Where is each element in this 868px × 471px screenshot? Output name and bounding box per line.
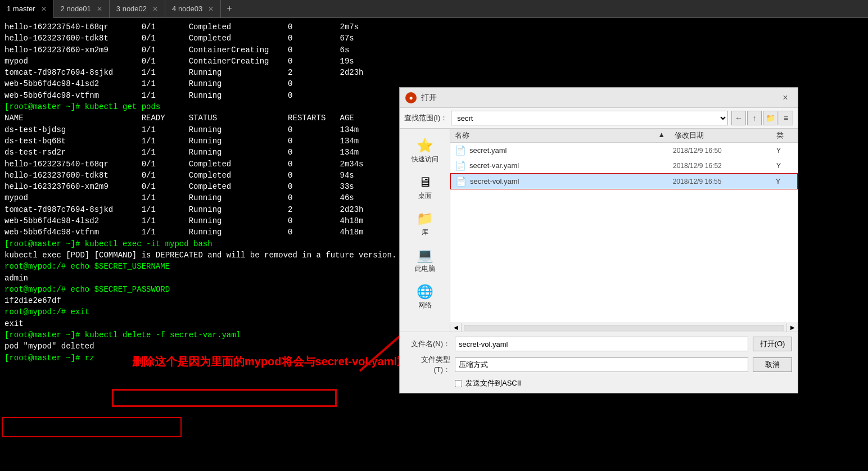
quickaccess-icon: ⭐ <box>417 138 433 153</box>
filename-row: 文件名(N)： 打开(O) <box>405 337 792 351</box>
file-name-secret-vol: secret-vol.yaml <box>470 177 670 185</box>
file-date-secret-var: 2018/12/9 16:52 <box>673 162 773 170</box>
ascii-row: 发送文件到ASCII <box>405 378 792 388</box>
nav-up-button[interactable]: ↑ <box>747 111 762 125</box>
tab-node01[interactable]: 2 node01 ✕ <box>54 0 110 18</box>
tab-node03-label: 4 node03 <box>172 4 202 13</box>
computer-label: 此电脑 <box>415 264 435 274</box>
col-date-header: 修改日期 <box>675 130 776 141</box>
file-extra-secret-vol: Y <box>776 178 793 185</box>
file-item-secret-yaml[interactable]: 📄 secret.yaml 2018/12/9 16:50 Y <box>450 143 798 158</box>
rz-command-box <box>2 417 182 437</box>
toolbar-path: secrt <box>451 111 728 125</box>
tab-add-button[interactable]: + <box>221 4 238 14</box>
terminal-line: hello-1623237600-tdk8t 0/1 Completed 0 6… <box>4 33 864 44</box>
file-list-header: 名称 ▲ 修改日期 类 <box>450 129 798 143</box>
dialog-main: 名称 ▲ 修改日期 类 📄 secret.yaml 2018/12/9 16:5… <box>450 129 798 332</box>
terminal-line: hello-1623237660-xm2m9 0/1 ContainerCrea… <box>4 44 864 56</box>
file-name-secret-var: secret-var.yaml <box>469 161 670 170</box>
library-icon: 📁 <box>417 211 433 227</box>
path-select[interactable]: secrt <box>451 111 728 125</box>
tab-node03-close[interactable]: ✕ <box>208 5 214 13</box>
sidebar-item-desktop[interactable]: 🖥 桌面 <box>403 171 447 204</box>
tab-master-label: 1 master <box>7 4 35 13</box>
terminal-line: hello-1623237540-t68qr 0/1 Completed 0 2… <box>4 21 864 33</box>
file-icon-secret-vol: 📄 <box>455 176 467 187</box>
nav-back-button[interactable]: ← <box>731 111 746 125</box>
dialog-title: 打开 <box>421 93 437 103</box>
dialog-title-icon: ● <box>405 92 417 103</box>
sidebar-item-computer[interactable]: 💻 此电脑 <box>403 244 447 277</box>
network-icon: 🌐 <box>417 284 433 300</box>
tab-master-close[interactable]: ✕ <box>41 5 47 13</box>
col-extra-header: 类 <box>776 130 793 141</box>
horizontal-scrollbar[interactable]: ◀ ▶ <box>450 323 798 332</box>
desktop-label: 桌面 <box>418 191 432 201</box>
dialog-sidebar: ⭐ 快速访问 🖥 桌面 📁 库 💻 此电脑 🌐 网络 <box>400 129 450 332</box>
file-name-secret: secret.yaml <box>469 146 670 155</box>
file-list: 📄 secret.yaml 2018/12/9 16:50 Y 📄 secret… <box>450 143 798 323</box>
file-extra-secret-var: Y <box>776 162 793 170</box>
desktop-icon: 🖥 <box>418 174 432 190</box>
dialog-title-left: ● 打开 <box>405 92 437 103</box>
sidebar-item-network[interactable]: 🌐 网络 <box>403 280 447 314</box>
file-date-secret: 2018/12/9 16:50 <box>673 147 773 155</box>
filetype-row: 文件类型(T)： 取消 <box>405 355 792 375</box>
delete-command-box <box>112 389 337 407</box>
tab-node02-label: 3 node02 <box>116 4 147 13</box>
dialog-body: ⭐ 快速访问 🖥 桌面 📁 库 💻 此电脑 🌐 网络 <box>400 129 798 332</box>
tab-node02[interactable]: 3 node02 ✕ <box>110 0 165 18</box>
sidebar-item-quickaccess[interactable]: ⭐ 快速访问 <box>403 134 447 167</box>
library-label: 库 <box>422 228 428 237</box>
terminal-line: tomcat-7d987c7694-8sjkd 1/1 Running 2 2d… <box>4 67 864 78</box>
file-extra-secret: Y <box>776 147 793 155</box>
filetype-label: 文件类型(T)： <box>405 355 450 375</box>
quickaccess-label: 快速访问 <box>412 155 438 164</box>
toolbar-nav-buttons: ← ↑ 📁 ≡ <box>731 111 793 125</box>
tab-node01-label: 2 node01 <box>61 4 91 13</box>
tab-node02-close[interactable]: ✕ <box>152 5 158 13</box>
tab-master[interactable]: 1 master ✕ <box>0 0 54 18</box>
col-sort-icon: ▲ <box>658 130 675 141</box>
network-label: 网络 <box>418 301 432 310</box>
cancel-button[interactable]: 取消 <box>753 357 792 372</box>
filetype-input[interactable] <box>455 357 748 372</box>
file-date-secret-vol: 2018/12/9 16:55 <box>673 178 772 185</box>
nav-new-folder-button[interactable]: 📁 <box>763 111 777 125</box>
tab-bar: 1 master ✕ 2 node01 ✕ 3 node02 ✕ 4 node0… <box>0 0 868 18</box>
file-icon-secret-var: 📄 <box>455 160 466 171</box>
file-icon-secret: 📄 <box>455 145 466 156</box>
dialog-toolbar: 查找范围(I)： secrt ← ↑ 📁 ≡ <box>400 108 798 129</box>
dialog-footer: 文件名(N)： 打开(O) 文件类型(T)： 取消 发送文件到ASCII <box>400 332 798 393</box>
file-item-secret-vol[interactable]: 📄 secret-vol.yaml 2018/12/9 16:55 Y <box>450 173 798 189</box>
dialog-close-button[interactable]: × <box>779 91 792 105</box>
computer-icon: 💻 <box>417 247 433 263</box>
filename-label: 文件名(N)： <box>405 339 450 349</box>
tab-node01-close[interactable]: ✕ <box>97 5 102 13</box>
open-button[interactable]: 打开(O) <box>753 337 792 351</box>
terminal-line: mypod 0/1 ContainerCreating 0 19s <box>4 56 864 67</box>
nav-view-button[interactable]: ≡ <box>779 111 793 125</box>
dialog-titlebar: ● 打开 × <box>400 88 798 108</box>
ascii-checkbox[interactable] <box>455 380 462 387</box>
toolbar-label: 查找范围(I)： <box>404 113 447 123</box>
sidebar-item-library[interactable]: 📁 库 <box>403 207 447 241</box>
col-name-header: 名称 <box>455 130 658 141</box>
file-item-secret-var[interactable]: 📄 secret-var.yaml 2018/12/9 16:52 Y <box>450 158 798 173</box>
ascii-label: 发送文件到ASCII <box>465 378 521 388</box>
file-open-dialog: ● 打开 × 查找范围(I)： secrt ← ↑ 📁 ≡ ⭐ 快速访问 � <box>399 87 798 393</box>
tab-node03[interactable]: 4 node03 ✕ <box>165 0 221 18</box>
filename-input[interactable] <box>455 337 748 351</box>
